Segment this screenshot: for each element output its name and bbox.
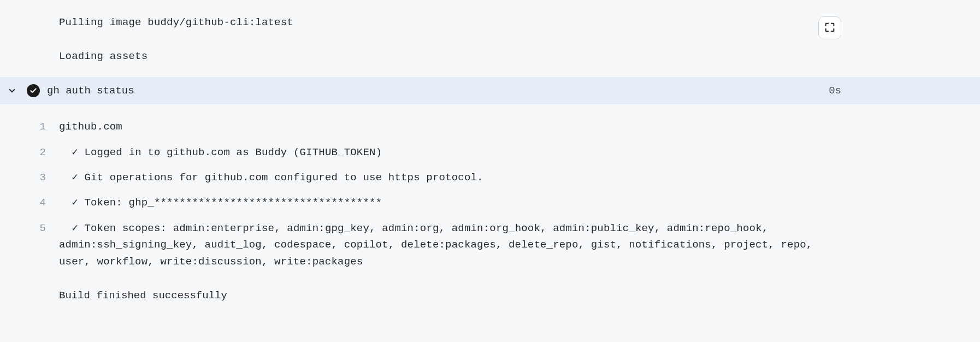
line-content: ✓ Token scopes: admin:enterprise, admin:… xyxy=(59,220,980,270)
output-line: 2 ✓ Logged in to github.com as Buddy (GI… xyxy=(0,140,980,165)
command-row[interactable]: gh auth status 0s xyxy=(0,77,980,104)
line-number: 4 xyxy=(0,194,59,211)
command-text: gh auth status xyxy=(43,82,829,99)
line-content: ✓ Logged in to github.com as Buddy (GITH… xyxy=(59,144,980,161)
line-number: 1 xyxy=(0,119,59,135)
command-output: 1 github.com 2 ✓ Logged in to github.com… xyxy=(0,113,980,274)
line-number: 5 xyxy=(0,220,59,237)
chevron-down-icon xyxy=(0,86,24,96)
line-content: ✓ Token: ghp_***************************… xyxy=(59,194,980,211)
line-content: ✓ Git operations for github.com configur… xyxy=(59,169,980,186)
line-number: 2 xyxy=(0,144,59,161)
output-line: 5 ✓ Token scopes: admin:enterprise, admi… xyxy=(0,216,980,274)
line-content: github.com xyxy=(59,119,980,135)
fullscreen-icon xyxy=(824,21,836,35)
log-container: Pulling image buddy/github-cli:latest Lo… xyxy=(0,0,980,304)
line-number: 3 xyxy=(0,169,59,186)
status-success-icon xyxy=(27,84,40,97)
command-duration: 0s xyxy=(829,82,980,99)
build-status: Build finished successfully xyxy=(0,274,980,304)
fullscreen-button[interactable] xyxy=(818,16,841,39)
output-line: 4 ✓ Token: ghp_*************************… xyxy=(0,190,980,215)
log-pre-line: Loading assets xyxy=(0,45,980,68)
output-line: 3 ✓ Git operations for github.com config… xyxy=(0,165,980,190)
output-line: 1 github.com xyxy=(0,114,980,139)
